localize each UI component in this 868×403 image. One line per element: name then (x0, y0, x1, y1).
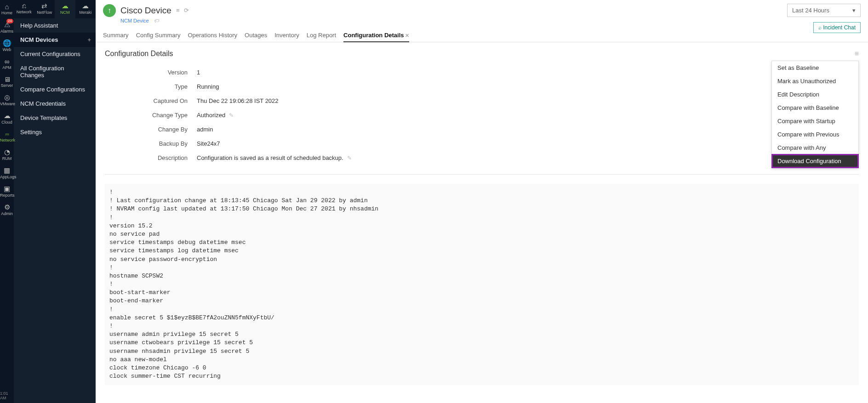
left-iconbar: ⌂Home⚠Alarms24🌐Web∞APM🖥Server◎VMware☁Clo… (0, 0, 14, 403)
close-icon[interactable]: ✕ (405, 33, 409, 38)
tag-icon[interactable]: 🏷 (154, 18, 159, 23)
home-icon: ⌂ (0, 3, 14, 11)
iconbar-item-vmware[interactable]: ◎VMware (0, 91, 14, 109)
detail-key: Change Type (105, 112, 197, 119)
apm-icon: ∞ (0, 57, 14, 65)
topnav-netflow[interactable]: ⇄NetFlow (34, 0, 55, 18)
timerange-label: Last 24 Hours (792, 7, 829, 14)
menu-compare-with-previous[interactable]: Compare with Previous (772, 128, 858, 141)
iconbar-item-alarms[interactable]: ⚠Alarms24 (0, 18, 14, 36)
tab-inventory[interactable]: Inventory (274, 29, 299, 42)
detail-value: Site24x7 (197, 140, 220, 147)
iconbar-item-network[interactable]: ⎓Network (0, 127, 14, 145)
vmware-icon: ◎ (0, 93, 14, 102)
tab-configuration-details[interactable]: Configuration Details✕ (343, 29, 409, 42)
section-title: Configuration Details (105, 50, 173, 58)
iconbar-item-admin[interactable]: ⚙Admin (0, 200, 14, 219)
details-list: Version1TypeRunningCaptured OnThu Dec 22… (105, 65, 859, 165)
detail-value: Running (197, 83, 219, 90)
sidebar-item-device-templates[interactable]: Device Templates (14, 111, 96, 125)
chevron-down-icon: ▾ (852, 7, 856, 14)
action-dropdown: Set as BaselineMark as UnauthorizedEdit … (771, 61, 859, 168)
detail-key: Backup By (105, 140, 197, 147)
top-nav: ⎌Network⇄NetFlow☁NCM☁Meraki (14, 0, 96, 18)
detail-row-version: Version1 (105, 65, 859, 79)
sidebar-item-ncm-devices[interactable]: NCM Devices+ (14, 33, 96, 47)
chat-icon: ⌕ (818, 24, 823, 31)
sidebar-item-compare-configurations[interactable]: Compare Configurations (14, 82, 96, 96)
iconbar-item-apm[interactable]: ∞APM (0, 55, 14, 73)
separator (105, 174, 859, 175)
tab-config-summary[interactable]: Config Summary (136, 29, 181, 42)
network-icon: ⎌ (14, 2, 34, 10)
page-title: Cisco Device (120, 6, 171, 16)
iconbar-item-web[interactable]: 🌐Web (0, 36, 14, 55)
sidebar-item-current-configurations[interactable]: Current Configurations (14, 47, 96, 61)
menu-compare-with-baseline[interactable]: Compare with Baseline (772, 101, 858, 114)
section-title-row: Configuration Details ≡ (105, 50, 859, 58)
detail-value: Authorized✎ (197, 112, 234, 119)
menu-set-as-baseline[interactable]: Set as Baseline (772, 61, 858, 74)
tab-log-report[interactable]: Log Report (307, 29, 336, 42)
title-menu-icon[interactable]: ≡ (176, 7, 180, 14)
reports-icon: ▣ (0, 185, 14, 193)
breadcrumb-link[interactable]: NCM Device (120, 18, 149, 23)
detail-row-captured-on: Captured OnThu Dec 22 19:06:28 IST 2022 (105, 94, 859, 108)
iconbar-item-home[interactable]: ⌂Home (0, 0, 14, 18)
web-icon: 🌐 (0, 39, 14, 47)
menu-download-configuration[interactable]: Download Configuration (772, 154, 858, 168)
detail-key: Captured On (105, 97, 197, 104)
meraki-icon: ☁ (75, 2, 96, 10)
admin-icon: ⚙ (0, 203, 14, 211)
section-menu-icon[interactable]: ≡ (855, 50, 859, 58)
tabs: SummaryConfig SummaryOperations HistoryO… (96, 29, 868, 42)
edit-icon[interactable]: ✎ (229, 112, 234, 119)
breadcrumb: NCM Device 🏷 (96, 17, 868, 27)
add-icon[interactable]: + (87, 36, 91, 43)
refresh-icon[interactable]: ⟳ (184, 7, 189, 14)
content: Configuration Details ≡ Version1TypeRunn… (96, 42, 868, 403)
timerange-select[interactable]: Last 24 Hours ▾ (787, 4, 861, 17)
menu-compare-with-any[interactable]: Compare with Any (772, 141, 858, 154)
menu-compare-with-startup[interactable]: Compare with Startup (772, 114, 858, 128)
topnav-network[interactable]: ⎌Network (14, 0, 34, 18)
menu-mark-as-unauthorized[interactable]: Mark as Unauthorized (772, 74, 858, 88)
tab-outages[interactable]: Outages (245, 29, 267, 42)
incident-chat-button[interactable]: ⌕ Incident Chat (813, 22, 861, 33)
iconbar-item-reports[interactable]: ▣Reports (0, 182, 14, 200)
detail-key: Change By (105, 126, 197, 133)
sidebar-item-help-assistant[interactable]: Help Assistant (14, 18, 96, 33)
detail-row-backup-by: Backup BySite24x7 (105, 136, 859, 151)
badge: 24 (6, 19, 13, 23)
detail-value: Thu Dec 22 19:06:28 IST 2022 (197, 97, 279, 104)
sidebar-item-settings[interactable]: Settings (14, 125, 96, 139)
page-header: ↑ Cisco Device ≡ ⟳ Last 24 Hours ▾ (96, 0, 868, 17)
rum-icon: ◔ (0, 148, 14, 156)
detail-row-description: DescriptionConfiguration is saved as a r… (105, 151, 859, 165)
main-area: ↑ Cisco Device ≡ ⟳ Last 24 Hours ▾ NCM D… (96, 0, 868, 403)
iconbar-item-server[interactable]: 🖥Server (0, 73, 14, 91)
cloud-icon: ☁ (0, 112, 14, 120)
edit-icon[interactable]: ✎ (347, 155, 352, 161)
detail-key: Type (105, 83, 197, 90)
sidebar: Help AssistantNCM Devices+Current Config… (14, 0, 96, 403)
iconbar-item-cloud[interactable]: ☁Cloud (0, 109, 14, 127)
tab-operations-history[interactable]: Operations History (188, 29, 237, 42)
detail-value: admin (197, 126, 213, 133)
status-up-icon: ↑ (103, 4, 116, 17)
iconbar-item-applogs[interactable]: ▦AppLogs (0, 164, 14, 182)
sidebar-item-all-configuration-changes[interactable]: All Configuration Changes (14, 61, 96, 82)
topnav-meraki[interactable]: ☁Meraki (75, 0, 96, 18)
topnav-ncm[interactable]: ☁NCM (55, 0, 75, 18)
applogs-icon: ▦ (0, 166, 14, 175)
ncm-icon: ☁ (55, 2, 75, 10)
tab-summary[interactable]: Summary (103, 29, 129, 42)
server-icon: 🖥 (0, 75, 14, 83)
network-icon: ⎓ (0, 130, 14, 138)
detail-row-type: TypeRunning (105, 79, 859, 94)
iconbar-item-rum[interactable]: ◔RUM (0, 145, 14, 164)
netflow-icon: ⇄ (34, 2, 55, 10)
detail-row-change-type: Change TypeAuthorized✎ (105, 108, 859, 122)
menu-edit-description[interactable]: Edit Description (772, 88, 858, 101)
sidebar-item-ncm-credentials[interactable]: NCM Credentials (14, 96, 96, 111)
